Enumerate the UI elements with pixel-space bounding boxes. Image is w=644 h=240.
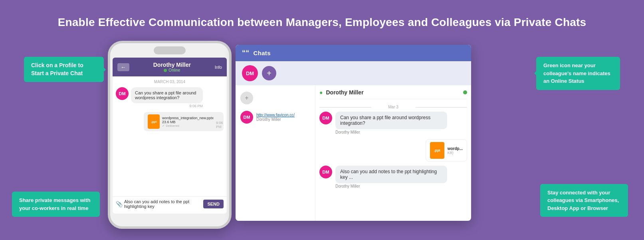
cr-bubble-1: Can you share a ppt file around wordpres… [335, 112, 447, 129]
cr-sender-1: Dorothy Miller [335, 130, 447, 134]
chat-panel-header: ““ Chats [236, 45, 471, 61]
attachment-icon[interactable]: 📎 [116, 201, 123, 207]
cr-active-header: ● Dorothy Miller [319, 89, 467, 99]
add-contact-icon: + [240, 92, 253, 104]
chat-list-dorothy[interactable]: DM http://www.favicon.cc/ Dorothy Miller [236, 108, 315, 127]
phone-message-bubble: Can you share a ppt file around wordpres… [131, 87, 203, 103]
phone-file-message: .ppt wordpress_integration_new.pptx 23.6… [144, 112, 224, 131]
phone-send-button[interactable]: SEND [203, 200, 224, 208]
chat-panel-title: Chats [254, 50, 271, 56]
chat-panel-add-button[interactable]: + [262, 66, 276, 80]
phone-info-label[interactable]: Info [215, 65, 222, 70]
cr-bubble-2: Also can you add notes to the ppt highli… [335, 166, 447, 183]
cr-active-name: Dorothy Miller [326, 89, 363, 96]
tooltip-stay-connected: Stay connected with your colleagues via … [540, 184, 628, 217]
chat-list-add-item[interactable]: + [236, 88, 315, 108]
cr-message-row-2: DM Also can you add notes to the ppt hig… [319, 166, 467, 188]
tooltip-click-profile: Click on a Profile to Start a Private Ch… [24, 57, 104, 82]
online-dot-icon [164, 69, 167, 72]
phone-sender-avatar: DM [116, 87, 129, 100]
phone-message-row: DM Can you share a ppt file around wordp… [116, 87, 224, 108]
chat-list-name: Dorothy Miller [256, 117, 295, 122]
phone-notch [154, 46, 186, 54]
cr-file-size: KB) [448, 151, 463, 155]
chat-panel-top-bar: DM + [236, 61, 471, 85]
chat-date-divider: Mar 3 [319, 102, 467, 112]
cr-file-name: wordp... [448, 146, 463, 151]
phone-input-text[interactable]: Also can you add notes to the ppt highli… [124, 199, 203, 209]
back-button[interactable]: ← [117, 63, 129, 71]
chat-panel-body: + DM http://www.favicon.cc/ Dorothy Mill… [236, 85, 471, 221]
phone-file-name: wordpress_integration_new.pptx [162, 116, 214, 120]
cr-file-row: .ppt wordp... KB) [319, 139, 467, 162]
phone-status: Online [133, 68, 212, 72]
phone-message-time: 9:06 PM [131, 104, 203, 108]
phone-file-time: 9:06 PM [216, 121, 223, 129]
online-status-indicator [463, 90, 467, 94]
phone-contact-info: Dorothy Miller Online [133, 62, 212, 72]
cr-message-row-1: DM Can you share a ppt file around wordp… [319, 112, 467, 134]
tooltip-green-icon: Green icon near your colleague's name in… [536, 57, 620, 90]
phone-contact-name: Dorothy Miller [133, 62, 212, 68]
cr-file-box: .ppt wordp... KB) [426, 139, 467, 162]
page-heading: Enable Effective Communication between M… [0, 0, 644, 37]
phone-mockup: ← Dorothy Miller Online Info MARCH 03, 2… [108, 41, 232, 229]
chat-panel: ““ Chats DM + + DM http://www.favicon.cc… [236, 45, 471, 221]
chat-right-panel: ● Dorothy Miller Mar 3 DM Can you share … [315, 85, 471, 221]
phone-file-status: ✓ Delivered [162, 124, 214, 128]
phone-input-bar: 📎 Also can you add notes to the ppt high… [113, 196, 227, 211]
phone-file-size: 23.6 MB [162, 120, 214, 124]
phone-header: ← Dorothy Miller Online Info [113, 58, 227, 76]
chat-left-panel: + DM http://www.favicon.cc/ Dorothy Mill… [236, 85, 315, 221]
cr-sender-2: Dorothy Miller [335, 184, 447, 188]
phone-file-row: .ppt wordpress_integration_new.pptx 23.6… [116, 112, 224, 131]
cr-avatar-2: DM [319, 166, 332, 178]
cr-avatar-1: DM [319, 112, 332, 124]
phone-screen: ← Dorothy Miller Online Info MARCH 03, 2… [113, 58, 227, 214]
tooltip-share-messages: Share private messages with your co-work… [12, 192, 100, 217]
content-area: Click on a Profile to Start a Private Ch… [0, 37, 644, 229]
quote-icon: ““ [242, 49, 250, 57]
chat-panel-dm-avatar: DM [242, 65, 258, 81]
cr-file-type-icon: .ppt [430, 142, 444, 159]
chat-list-link: http://www.favicon.cc/ [256, 113, 295, 117]
phone-date-separator: MARCH 03, 2014 [116, 76, 224, 87]
phone-messages: MARCH 03, 2014 DM Can you share a ppt fi… [113, 76, 227, 196]
chat-list-avatar: DM [240, 111, 253, 124]
file-type-icon: .ppt [148, 114, 160, 129]
